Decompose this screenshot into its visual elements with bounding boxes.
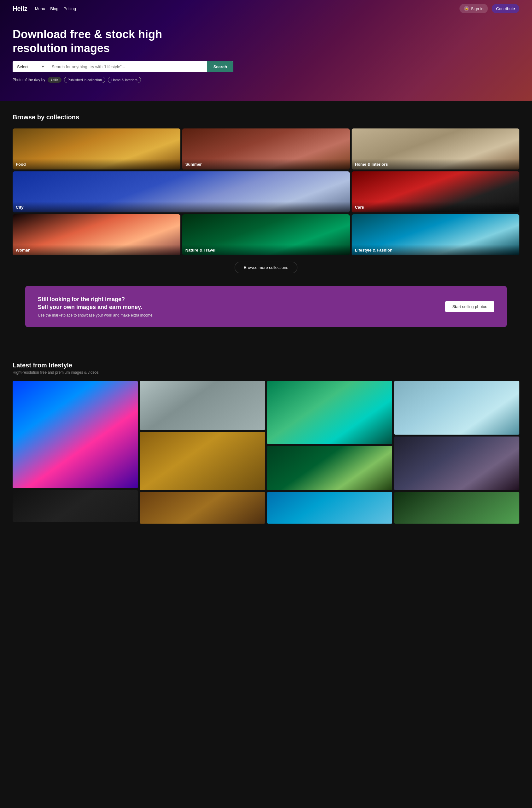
collections-title: Browse by collections [13, 114, 519, 121]
photo-grid [13, 381, 519, 524]
tag-home[interactable]: Home & Interiors [108, 77, 141, 83]
photo-item-beach-chair[interactable] [140, 381, 265, 430]
photo-item-dark-bottom[interactable] [13, 490, 138, 522]
navbar-left: Heilz Menu Blog Pricing [13, 5, 76, 12]
collection-summer-label: Summer [186, 162, 202, 167]
collection-lifestyle-overlay: Lifestyle & Fashion [352, 245, 519, 255]
latest-section: Latest from lifestyle Hight-resolution f… [0, 352, 532, 533]
collection-summer-overlay: Summer [182, 159, 350, 169]
collection-woman-overlay: Woman [13, 245, 180, 255]
collection-food[interactable]: Food [13, 128, 180, 169]
photo-item-couple[interactable] [394, 437, 519, 490]
brand-logo: Heilz [13, 5, 27, 12]
cta-banner: Still looking for the right image? Sell … [25, 286, 507, 327]
browse-more-wrap: Browse more collections [13, 262, 519, 273]
navbar-right: 🔒 Sign in Contribute [459, 4, 519, 13]
nav-menu[interactable]: Menu [35, 6, 45, 11]
nav-blog[interactable]: Blog [50, 6, 58, 11]
collection-city[interactable]: City [13, 171, 350, 213]
collection-nature-label: Nature & Travel [186, 248, 215, 253]
photo-day-label: Photo of the day by [13, 78, 45, 82]
collection-food-label: Food [16, 162, 26, 167]
cta-text-block: Still looking for the right image? Sell … [38, 295, 154, 317]
collections-section: Browse by collections Food Summer Home &… [0, 101, 532, 286]
photo-item-bamboo2[interactable] [140, 492, 265, 524]
collection-lifestyle-label: Lifestyle & Fashion [355, 248, 392, 253]
start-selling-button[interactable]: Start selling photos [445, 301, 494, 312]
photo-col-1 [13, 381, 138, 524]
photo-item-bamboo[interactable] [140, 432, 265, 490]
search-bar: Select Search [13, 61, 233, 72]
photo-col-3 [267, 381, 392, 524]
photo-item-ocean[interactable] [267, 492, 392, 524]
lock-icon: 🔒 [464, 6, 469, 11]
photo-col-2 [140, 381, 265, 524]
collection-city-overlay: City [13, 202, 350, 213]
collection-food-overlay: Food [13, 159, 180, 169]
cta-main-text: Still looking for the right image? Sell … [38, 295, 154, 311]
photo-day-tags: Photo of the day by Utiliz Published in … [13, 77, 519, 83]
cta-wrapper: Still looking for the right image? Sell … [0, 286, 532, 352]
collection-summer[interactable]: Summer [182, 128, 350, 169]
cta-sub-text: Use the marketplace to showcase your wor… [38, 313, 154, 317]
collection-nature[interactable]: Nature & Travel [182, 214, 350, 255]
latest-subtitle: Hight-resolution free and premium images… [13, 370, 519, 375]
latest-title: Latest from lifestyle [13, 362, 519, 369]
collection-cars-label: Cars [355, 205, 364, 209]
collection-woman[interactable]: Woman [13, 214, 180, 255]
nav-links: Menu Blog Pricing [35, 6, 76, 11]
photo-item-palm[interactable] [267, 381, 392, 444]
photo-col-4 [394, 381, 519, 524]
hero-title: Download free & stock high resolution im… [13, 27, 170, 55]
search-button[interactable]: Search [207, 61, 233, 72]
browse-more-button[interactable]: Browse more collections [235, 262, 297, 273]
collection-home[interactable]: Home & Interiors [352, 128, 519, 169]
collections-grid: Food Summer Home & Interiors City Cars [13, 128, 519, 255]
photo-item-woman2[interactable] [394, 381, 519, 435]
nav-pricing[interactable]: Pricing [63, 6, 76, 11]
hero-content: Download free & stock high resolution im… [0, 8, 532, 92]
search-input[interactable] [47, 61, 207, 72]
collection-nature-overlay: Nature & Travel [182, 245, 350, 255]
navbar: Heilz Menu Blog Pricing 🔒 Sign in Contri… [0, 0, 532, 17]
photo-item-blue[interactable] [13, 381, 138, 488]
photo-item-plants[interactable] [394, 492, 519, 524]
collection-cars[interactable]: Cars [352, 171, 519, 213]
collection-home-overlay: Home & Interiors [352, 159, 519, 169]
collection-woman-label: Woman [16, 248, 31, 253]
search-category-select[interactable]: Select [13, 61, 47, 72]
tag-published[interactable]: Published in collection [64, 77, 105, 83]
photo-item-palmleaf[interactable] [267, 446, 392, 490]
contribute-button[interactable]: Contribute [492, 4, 519, 13]
collection-cars-overlay: Cars [352, 202, 519, 213]
collection-home-label: Home & Interiors [355, 162, 388, 167]
collection-city-label: City [16, 205, 24, 209]
tag-utiliz[interactable]: Utiliz [48, 77, 61, 83]
sign-in-button[interactable]: 🔒 Sign in [459, 4, 488, 13]
collection-lifestyle[interactable]: Lifestyle & Fashion [352, 214, 519, 255]
